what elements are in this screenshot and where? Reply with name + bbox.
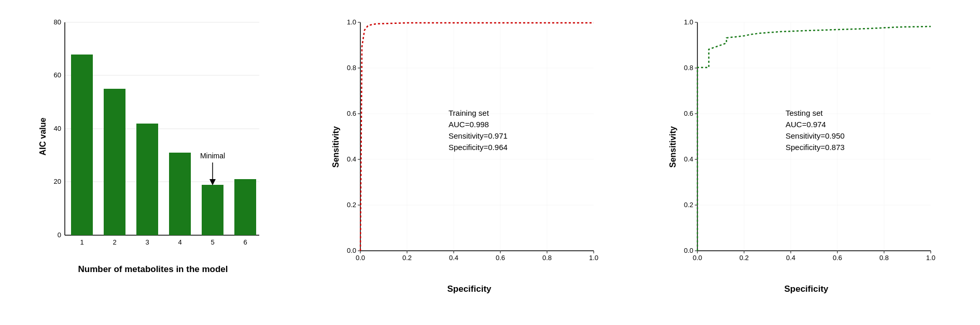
svg-text:1.0: 1.0 [589,254,598,262]
svg-text:0.4: 0.4 [786,254,795,262]
bar-6 [234,179,256,235]
svg-text:0.8: 0.8 [542,254,552,262]
roc-testing-svg: Sensitivity 0.0 0.2 0.4 0.6 0.8 1 [666,12,946,282]
svg-text:0.6: 0.6 [496,254,505,262]
bar-1 [71,55,93,235]
svg-text:0.8: 0.8 [684,64,693,72]
roc-training-svg: Sensitivity 0.0 0.2 0.4 0.6 0.8 [329,12,609,282]
svg-text:4: 4 [178,238,181,246]
bar-2 [104,89,125,235]
bar-4 [169,153,191,235]
roc-testing-xlabel: Specificity [784,284,828,294]
roc-training-set-label: Training set [449,109,489,117]
svg-text:1.0: 1.0 [926,254,935,262]
svg-text:1.0: 1.0 [347,18,356,26]
roc-testing-auc: AUC=0.974 [786,120,826,129]
svg-text:6: 6 [243,238,247,246]
minimal-label: Minimal [200,152,225,160]
svg-text:0.6: 0.6 [684,110,693,117]
svg-text:1: 1 [80,238,83,246]
svg-text:0.8: 0.8 [879,254,889,262]
svg-text:0.0: 0.0 [347,247,356,254]
roc-training-ylabel: Sensitivity [331,126,340,168]
svg-text:1.0: 1.0 [684,18,693,26]
svg-text:20: 20 [54,178,61,185]
svg-text:0.4: 0.4 [684,155,693,163]
svg-text:0.2: 0.2 [684,201,693,209]
roc-training-wrapper: Sensitivity 0.0 0.2 0.4 0.6 0.8 [319,12,620,313]
roc-testing-sensitivity: Sensitivity=0.950 [786,131,845,140]
roc-training-sensitivity: Sensitivity=0.971 [449,131,508,140]
roc-testing-wrapper: Sensitivity 0.0 0.2 0.4 0.6 0.8 1 [656,12,957,313]
bar-5 [202,185,223,235]
roc-testing-area: Sensitivity 0.0 0.2 0.4 0.6 0.8 1 [666,12,946,282]
charts-container: AIC value 80 60 40 20 0 [0,0,980,325]
bar-chart-svg: AIC value 80 60 40 20 0 [36,12,270,261]
svg-text:80: 80 [54,18,61,26]
bar-yaxis-label: AIC value [38,117,47,155]
roc-testing-specificity: Specificity=0.873 [786,143,845,152]
svg-text:0: 0 [58,231,61,239]
bar-3 [136,124,158,235]
svg-text:0.2: 0.2 [347,201,356,209]
svg-text:0.0: 0.0 [356,254,365,262]
bar-chart-area: AIC value 80 60 40 20 0 [36,12,270,261]
svg-text:0.6: 0.6 [347,110,356,117]
bar-chart-wrapper: AIC value 80 60 40 20 0 [23,12,283,313]
svg-text:60: 60 [54,71,61,79]
svg-text:0.2: 0.2 [402,254,412,262]
svg-text:0.4: 0.4 [347,155,356,163]
svg-text:0.0: 0.0 [684,247,693,254]
svg-text:3: 3 [145,238,149,246]
roc-training-xlabel: Specificity [447,284,491,294]
svg-text:40: 40 [54,125,61,132]
roc-testing-ylabel: Sensitivity [668,126,677,168]
svg-text:0.4: 0.4 [449,254,458,262]
bar-chart-xlabel: Number of metabolites in the model [78,264,228,275]
svg-text:0.0: 0.0 [693,254,702,262]
roc-testing-set-label: Testing set [786,109,823,117]
svg-text:0.8: 0.8 [347,64,356,72]
roc-training-specificity: Specificity=0.964 [449,143,508,152]
svg-text:2: 2 [113,238,116,246]
svg-text:5: 5 [211,238,214,246]
roc-training-auc: AUC=0.998 [449,120,489,129]
svg-text:0.2: 0.2 [739,254,749,262]
svg-text:0.6: 0.6 [833,254,842,262]
roc-training-area: Sensitivity 0.0 0.2 0.4 0.6 0.8 [329,12,609,282]
